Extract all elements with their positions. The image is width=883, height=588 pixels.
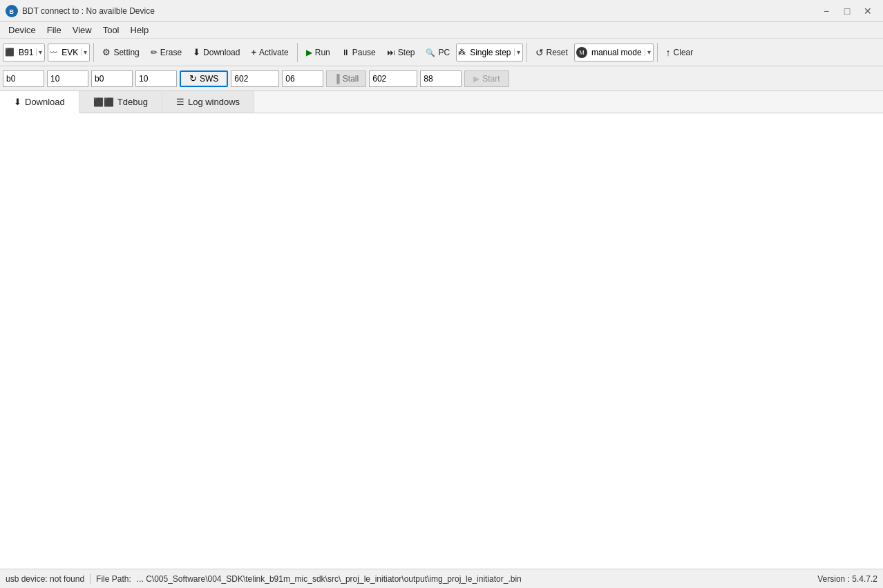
- pause-label: Pause: [352, 48, 376, 57]
- file-path-label: File Path:: [96, 574, 131, 584]
- sws-label: SWS: [200, 74, 218, 84]
- tab-tdebug-label: Tdebug: [117, 97, 148, 107]
- separator-4: [657, 43, 658, 62]
- single-step-arrow: ▾: [514, 48, 522, 56]
- tab-tdebug[interactable]: ⬛⬛ Tdebug: [79, 91, 162, 113]
- clear-label: Clear: [674, 48, 694, 57]
- separator-3: [526, 43, 527, 62]
- reset-button[interactable]: Reset: [531, 42, 573, 63]
- sws-icon: [189, 73, 197, 84]
- download-tab-icon: [14, 97, 21, 107]
- stall-icon: ▐: [334, 74, 340, 84]
- tab-download[interactable]: Download: [0, 91, 79, 113]
- window-title: BDT connect to : No availble Device: [22, 6, 817, 16]
- setting-icon: [102, 47, 111, 57]
- tab-logwindows-label: Log windows: [188, 97, 240, 107]
- start-label: Start: [482, 74, 500, 84]
- erase-icon: [151, 48, 158, 57]
- status-sep-1: [90, 573, 91, 585]
- b91-dropdown[interactable]: ⬛ B91 ▾: [3, 44, 45, 61]
- step-label: Step: [398, 48, 415, 57]
- file-path-value: ... C\005_Software\004_SDK\telink_b91m_m…: [137, 574, 812, 584]
- pause-icon: [341, 48, 350, 57]
- single-step-label: Single step: [467, 48, 513, 57]
- menu-tool[interactable]: Tool: [97, 23, 125, 37]
- evk-label: EVK: [59, 48, 81, 57]
- setting-button[interactable]: Setting: [97, 42, 144, 63]
- tdebug-icon: ⬛⬛: [93, 97, 114, 107]
- chip-icon: ⬛: [3, 48, 16, 57]
- tab-logwindows[interactable]: Log windows: [162, 91, 254, 113]
- close-button[interactable]: ✕: [858, 3, 877, 19]
- field-6[interactable]: [282, 70, 323, 87]
- setting-label: Setting: [113, 48, 139, 57]
- download-button[interactable]: Download: [188, 42, 245, 63]
- maximize-button[interactable]: □: [837, 3, 857, 19]
- download-icon: [193, 47, 200, 57]
- run-label: Run: [315, 48, 330, 57]
- pause-button[interactable]: Pause: [336, 42, 381, 63]
- manual-mode-dropdown[interactable]: M manual mode ▾: [574, 44, 654, 61]
- log-icon: [176, 97, 184, 107]
- evk-dropdown-arrow: ▾: [81, 48, 89, 56]
- pc-label: PC: [438, 48, 450, 57]
- evk-dropdown[interactable]: 〰 EVK ▾: [48, 44, 90, 61]
- input-row: SWS ▐ Stall ▶ Start: [0, 66, 883, 91]
- status-bar: usb device: not found File Path: ... C\0…: [0, 569, 883, 588]
- single-step-dropdown[interactable]: ⁂ Single step ▾: [456, 44, 522, 61]
- field-5[interactable]: [231, 70, 279, 87]
- run-button[interactable]: Run: [301, 42, 335, 63]
- main-content: [0, 113, 883, 569]
- b91-dropdown-arrow: ▾: [36, 48, 44, 56]
- stall-button[interactable]: ▐ Stall: [326, 70, 366, 87]
- erase-label: Erase: [160, 48, 182, 57]
- clear-button[interactable]: ↑ Clear: [661, 42, 699, 63]
- pc-button[interactable]: PC: [421, 42, 455, 63]
- tab-download-label: Download: [25, 97, 65, 107]
- stall-label: Stall: [343, 74, 359, 84]
- erase-button[interactable]: Erase: [146, 42, 187, 63]
- content-scroll[interactable]: [0, 113, 883, 569]
- version-label: Version : 5.4.7.2: [817, 574, 877, 584]
- svg-text:B: B: [10, 8, 15, 15]
- field-8[interactable]: [420, 70, 462, 87]
- menu-device[interactable]: Device: [3, 23, 41, 37]
- start-icon: ▶: [473, 74, 480, 84]
- run-icon: [306, 48, 312, 57]
- tab-bar: Download ⬛⬛ Tdebug Log windows: [0, 91, 883, 113]
- field-3[interactable]: [91, 70, 133, 87]
- activate-icon: [251, 47, 256, 57]
- manual-mode-label: manual mode: [589, 48, 645, 57]
- sws-button[interactable]: SWS: [180, 70, 228, 87]
- field-1[interactable]: [3, 70, 44, 87]
- window-controls: − □ ✕: [817, 3, 877, 19]
- reset-label: Reset: [547, 48, 568, 57]
- activate-label: Activate: [259, 48, 289, 57]
- start-button[interactable]: ▶ Start: [464, 70, 509, 87]
- separator-2: [297, 43, 298, 62]
- reset-icon: [535, 47, 544, 58]
- b91-label: B91: [16, 48, 36, 57]
- field-2[interactable]: [47, 70, 88, 87]
- menu-bar: Device File View Tool Help: [0, 22, 883, 39]
- manual-mode-arrow: ▾: [645, 48, 653, 56]
- field-7[interactable]: [369, 70, 417, 87]
- menu-file[interactable]: File: [41, 23, 67, 37]
- usb-status: usb device: not found: [6, 574, 84, 584]
- download-label: Download: [203, 48, 240, 57]
- menu-view[interactable]: View: [67, 23, 97, 37]
- minimize-button[interactable]: −: [817, 3, 836, 19]
- app-icon: B: [6, 5, 18, 17]
- separator-1: [93, 43, 94, 62]
- toolbar: ⬛ B91 ▾ 〰 EVK ▾ Setting Erase Download A…: [0, 39, 883, 66]
- clear-icon: ↑: [666, 47, 671, 58]
- pc-icon: [426, 48, 435, 57]
- title-bar: B BDT connect to : No availble Device − …: [0, 0, 883, 22]
- activate-button[interactable]: Activate: [246, 42, 293, 63]
- step-button[interactable]: Step: [382, 42, 420, 63]
- field-4[interactable]: [135, 70, 177, 87]
- menu-help[interactable]: Help: [125, 23, 155, 37]
- step-icon: [387, 48, 395, 57]
